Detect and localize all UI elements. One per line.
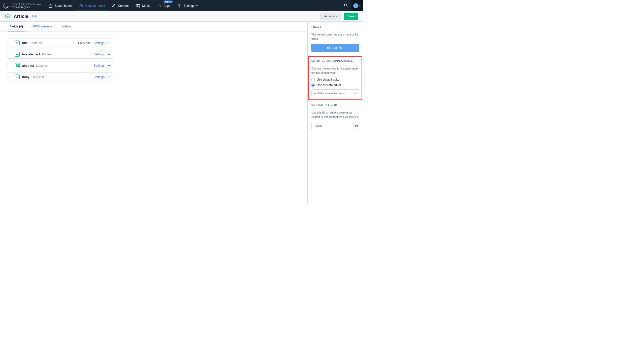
page-header: Article Edit Actions Save — [0, 11, 363, 22]
content-type-id-section: Content type ID Use this ID to retrieve … — [311, 103, 359, 130]
radio-icon — [311, 78, 315, 81]
nav-content-model[interactable]: Content model — [75, 0, 108, 11]
radio-group: Use default editor Use custom editor — [311, 78, 359, 87]
fields-section: Fields The content type has used 4 out o… — [311, 25, 359, 52]
drag-handle-icon[interactable] — [10, 64, 13, 67]
svg-point-34 — [11, 76, 11, 76]
copy-button[interactable] — [354, 122, 359, 130]
search-icon — [344, 3, 348, 7]
chevron-down-icon — [336, 15, 338, 17]
field-more-button[interactable] — [106, 77, 111, 77]
nav-label: Space home — [55, 4, 72, 8]
field-row: YNhas abstractBooleanSettings — [8, 50, 113, 59]
nav-content[interactable]: Content — [108, 0, 132, 11]
svg-point-10 — [12, 43, 12, 43]
field-row: AbtitleShort textEntry titleSettings — [8, 39, 113, 47]
svg-point-36 — [11, 77, 11, 77]
avatar — [353, 3, 358, 8]
svg-point-40 — [107, 77, 108, 77]
save-button[interactable]: Save — [344, 13, 358, 20]
nav-label: Apps — [164, 4, 170, 8]
field-more-button[interactable] — [106, 65, 111, 66]
field-more-button[interactable] — [106, 43, 111, 43]
svg-point-33 — [109, 65, 110, 66]
field-settings-link[interactable]: Settings — [94, 75, 105, 79]
tab-sidebar[interactable]: Sidebar — [59, 22, 74, 31]
drag-handle-icon[interactable] — [10, 75, 13, 79]
actions-button[interactable]: Actions — [320, 13, 341, 20]
ctid-input[interactable] — [311, 122, 354, 130]
appearance-text: Change the entry editor's appearance for… — [311, 66, 359, 75]
field-settings-link[interactable]: Settings — [94, 64, 105, 67]
field-type: Short text — [29, 41, 42, 45]
svg-point-29 — [11, 66, 11, 67]
radio-custom-editor[interactable]: Use custom editor — [311, 83, 359, 87]
svg-point-38 — [11, 78, 11, 78]
space-switcher[interactable]: Frederik@Contentful extension-types — [0, 0, 45, 11]
svg-point-13 — [107, 43, 108, 43]
field-row: abstractLong textSettings — [8, 61, 113, 70]
radio-label: Use custom editor — [317, 83, 341, 87]
chevron-down-icon — [359, 5, 361, 7]
svg-rect-44 — [356, 125, 358, 127]
svg-point-22 — [107, 54, 108, 55]
chevron-down-icon — [196, 5, 198, 7]
tab-json-preview[interactable]: JSON preview — [30, 22, 54, 31]
radio-default-editor[interactable]: Use default editor — [311, 78, 359, 81]
svg-point-37 — [12, 77, 12, 77]
drag-handle-icon[interactable] — [10, 41, 13, 45]
field-type: Boolean — [42, 53, 53, 56]
menu-icon[interactable] — [37, 4, 41, 8]
radio-icon — [311, 84, 315, 87]
nav-items: Space home Content model Content Media A… — [45, 0, 202, 11]
svg-point-6 — [344, 4, 347, 6]
nav-space-home[interactable]: Space home — [45, 0, 75, 11]
svg-point-31 — [107, 65, 108, 66]
main: Fields (4) JSON preview Sidebar AbtitleS… — [0, 22, 363, 204]
svg-point-26 — [12, 64, 12, 65]
nav-apps[interactable]: ALPHA Apps — [154, 0, 174, 11]
nav-media[interactable]: Media — [132, 0, 154, 11]
edit-link[interactable]: Edit — [32, 15, 37, 18]
chevron-down-icon — [354, 92, 356, 94]
field-more-button[interactable] — [106, 54, 111, 55]
copy-icon — [355, 124, 358, 128]
search-button[interactable] — [340, 3, 351, 8]
svg-point-20 — [11, 55, 11, 56]
longtext-icon — [15, 75, 20, 79]
svg-point-32 — [108, 65, 109, 66]
svg-point-30 — [12, 66, 12, 67]
svg-point-41 — [108, 77, 109, 77]
page-title: Article — [14, 14, 28, 19]
svg-point-28 — [12, 65, 12, 66]
svg-point-5 — [179, 5, 180, 6]
svg-point-19 — [12, 54, 12, 54]
pen-icon — [112, 4, 116, 8]
add-field-button[interactable]: Add field — [311, 44, 359, 52]
field-settings-link[interactable]: Settings — [94, 53, 105, 56]
drag-handle-icon[interactable] — [10, 53, 13, 56]
nav-label: Content model — [85, 4, 105, 8]
ctid-row — [311, 122, 359, 130]
nav-right — [340, 0, 363, 11]
svg-point-8 — [12, 42, 12, 42]
image-icon — [136, 4, 140, 8]
user-menu[interactable] — [351, 0, 363, 11]
svg-point-25 — [11, 64, 11, 65]
contentful-logo-icon — [3, 3, 9, 9]
ctid-text: Use this ID to retrieve everything relat… — [311, 111, 359, 119]
field-name: body — [22, 75, 29, 79]
space-info: Frederik@Contentful extension-types — [11, 3, 35, 9]
alpha-badge: ALPHA — [164, 1, 173, 3]
fields-list: AbtitleShort textEntry titleSettingsYNha… — [0, 31, 121, 91]
field-settings-link[interactable]: Settings — [94, 41, 105, 45]
nav-settings[interactable]: Settings — [174, 0, 202, 11]
select-value: multi-location-extension — [314, 92, 345, 95]
custom-editor-select[interactable]: multi-location-extension — [311, 89, 359, 97]
field-type: Long text — [36, 64, 48, 67]
field-type-icon: YN — [15, 52, 20, 57]
radio-label: Use default editor — [317, 78, 340, 81]
tab-fields[interactable]: Fields (4) — [8, 22, 25, 31]
longtext-icon — [15, 63, 20, 68]
gear-icon — [178, 4, 182, 8]
